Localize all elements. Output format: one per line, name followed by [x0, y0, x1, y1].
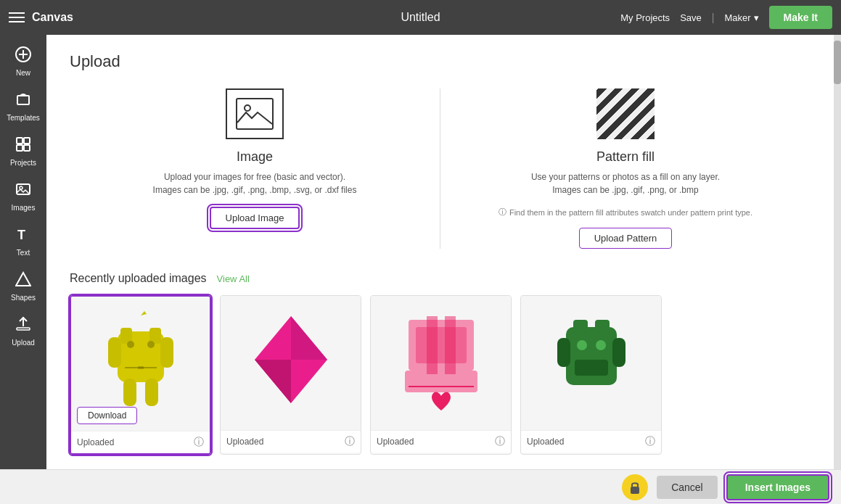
image-card-info-1[interactable]: ⓘ — [345, 435, 355, 448]
my-projects-link[interactable]: My Projects — [620, 12, 670, 23]
svg-rect-32 — [416, 327, 467, 363]
sidebar-item-new-label: New — [16, 69, 30, 77]
upload-icon — [15, 316, 31, 336]
image-card-2[interactable]: Uploaded ⓘ — [370, 295, 512, 455]
image-section-desc2: Images can be .jpg, .gif, .png, .bmp, .s… — [153, 185, 357, 195]
hamburger-menu[interactable] — [9, 12, 25, 22]
svg-rect-14 — [237, 99, 273, 129]
svg-rect-37 — [566, 327, 617, 385]
svg-rect-35 — [445, 316, 456, 374]
pattern-section-desc1: Use your patterns or photos as a fill on… — [531, 172, 720, 182]
sidebar: New Templates Projects Images T Text — [0, 35, 46, 469]
svg-marker-30 — [255, 360, 291, 403]
sidebar-item-images[interactable]: Images — [0, 175, 46, 218]
scrollbar-thumb[interactable] — [834, 41, 841, 84]
image-card-3[interactable]: Uploaded ⓘ — [520, 295, 662, 455]
maker-dropdown[interactable]: Maker ▾ — [724, 12, 758, 23]
svg-rect-3 — [17, 96, 29, 104]
sidebar-item-text[interactable]: T Text — [0, 220, 46, 263]
svg-rect-39 — [612, 338, 625, 367]
image-card-img-3 — [521, 296, 661, 430]
info-circle-icon: ⓘ — [499, 207, 506, 218]
images-icon — [15, 181, 31, 201]
svg-rect-21 — [145, 379, 158, 406]
image-card-label-3: Uploaded — [527, 437, 564, 447]
make-it-button[interactable]: Make It — [769, 6, 832, 29]
pattern-upload-section: Pattern fill Use your patterns or photos… — [440, 88, 811, 249]
svg-rect-18 — [108, 337, 121, 368]
image-card-info-3[interactable]: ⓘ — [645, 435, 655, 448]
upload-sections: Image Upload your images for free (basic… — [70, 88, 811, 249]
recently-section: Recently uploaded images View All — [70, 272, 811, 455]
view-all-link[interactable]: View All — [217, 273, 250, 284]
image-grid: Uploaded ⓘ Download — [70, 295, 811, 455]
pattern-section-desc2: Images can be .jpg, .gif, .png, or .bmp — [552, 185, 698, 195]
sidebar-item-images-label: Images — [12, 204, 36, 212]
svg-rect-19 — [160, 337, 173, 368]
main-layout: New Templates Projects Images T Text — [0, 35, 841, 469]
diagonal-stripes-icon — [596, 88, 655, 139]
shapes-icon — [15, 271, 31, 291]
image-card-img-2 — [371, 296, 511, 430]
image-card-img-1 — [221, 296, 361, 430]
sidebar-item-projects[interactable]: Projects — [0, 131, 46, 173]
header-center: Untitled — [401, 11, 440, 24]
lock-icon-button[interactable] — [622, 474, 648, 500]
upload-pattern-button[interactable]: Upload Pattern — [579, 228, 673, 249]
sidebar-item-shapes-label: Shapes — [11, 294, 36, 302]
image-card-info-0[interactable]: ⓘ — [194, 436, 204, 449]
svg-rect-41 — [595, 320, 610, 334]
pattern-section-title: Pattern fill — [596, 149, 655, 165]
image-card-label-1: Uploaded — [226, 437, 263, 447]
image-card-1[interactable]: Uploaded ⓘ — [220, 295, 361, 455]
header-left: Canvas — [9, 11, 73, 24]
upload-image-button[interactable]: Upload Image — [210, 207, 300, 229]
sidebar-item-projects-label: Projects — [10, 159, 36, 167]
svg-rect-44 — [575, 360, 608, 376]
bottom-bar: Cancel Insert Images — [0, 469, 841, 504]
image-card-info-2[interactable]: ⓘ — [495, 435, 505, 448]
header-right: My Projects Save | Maker ▾ Make It — [620, 6, 832, 29]
image-section-desc1: Upload your images for free (basic and v… — [164, 172, 345, 182]
image-card-footer-0: Uploaded ⓘ — [71, 431, 210, 453]
svg-point-24 — [127, 341, 134, 348]
app-name: Canvas — [32, 11, 73, 24]
sidebar-item-shapes[interactable]: Shapes — [0, 265, 46, 307]
svg-point-42 — [577, 340, 587, 350]
image-card-label-0: Uploaded — [77, 437, 114, 447]
header: Canvas Untitled My Projects Save | Maker… — [0, 0, 841, 35]
insert-images-button[interactable]: Insert Images — [726, 474, 829, 500]
svg-rect-40 — [573, 320, 588, 334]
svg-point-15 — [245, 105, 250, 111]
svg-point-43 — [596, 340, 606, 350]
content-area: Upload Image Upload your images for free… — [46, 35, 834, 469]
image-card-0[interactable]: Uploaded ⓘ Download — [70, 295, 211, 455]
svg-rect-20 — [123, 379, 136, 406]
svg-rect-34 — [427, 316, 438, 374]
templates-icon — [15, 91, 31, 111]
svg-rect-7 — [24, 145, 30, 151]
maker-label: Maker — [724, 12, 750, 23]
projects-icon — [15, 136, 31, 156]
sidebar-item-upload[interactable]: Upload — [0, 310, 46, 352]
pattern-info-text: ⓘ Find them in the pattern fill attribut… — [499, 207, 752, 218]
sidebar-item-templates-label: Templates — [7, 114, 40, 122]
new-icon — [15, 46, 31, 66]
chevron-down-icon: ▾ — [754, 12, 759, 23]
scrollbar[interactable] — [834, 35, 841, 469]
svg-marker-11 — [16, 273, 30, 286]
svg-marker-29 — [291, 316, 327, 360]
sidebar-item-templates[interactable]: Templates — [0, 86, 46, 128]
save-button[interactable]: Save — [680, 12, 702, 23]
cancel-button[interactable]: Cancel — [657, 476, 718, 499]
svg-rect-4 — [17, 138, 22, 144]
svg-rect-38 — [557, 338, 570, 367]
image-card-footer-1: Uploaded ⓘ — [221, 430, 361, 453]
svg-rect-6 — [17, 145, 22, 151]
sidebar-item-new[interactable]: New — [0, 41, 46, 83]
svg-marker-16 — [141, 311, 147, 315]
header-divider: | — [712, 12, 715, 23]
svg-point-25 — [147, 341, 155, 348]
project-name[interactable]: Untitled — [401, 11, 440, 23]
download-button-0[interactable]: Download — [77, 407, 137, 424]
